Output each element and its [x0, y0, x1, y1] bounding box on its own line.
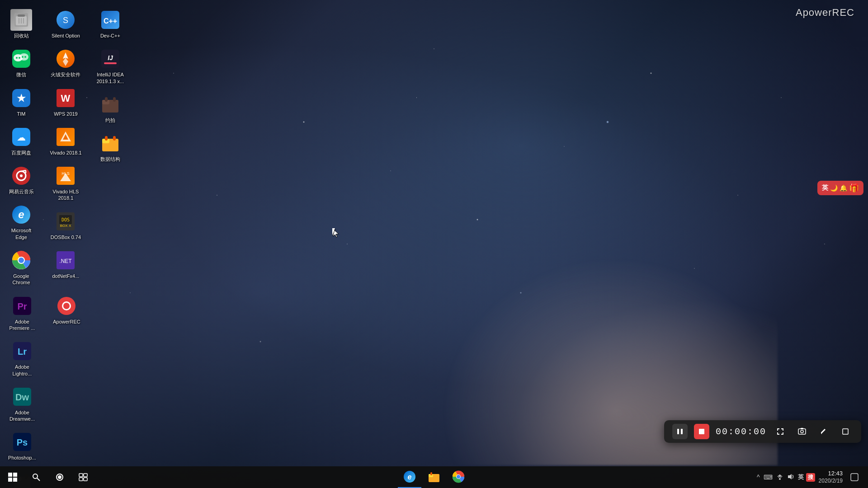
- expand-button[interactable]: [773, 424, 788, 439]
- desktop-icon-vivado[interactable]: Vivado 2018.1: [47, 122, 84, 160]
- svg-text:Lr: Lr: [18, 347, 27, 357]
- tray-volume[interactable]: [786, 474, 796, 481]
- system-clock[interactable]: 12:43 2020/2/19: [819, 470, 843, 484]
- desktop-icon-devcpp[interactable]: C++ Dev-C++: [92, 5, 128, 42]
- netease-icon: [10, 165, 32, 187]
- screenshot-button[interactable]: [794, 424, 810, 439]
- desktop-icon-dotnet[interactable]: .NET dotNetFx4...: [47, 246, 84, 283]
- desktop-icon-netease[interactable]: 网易云音乐: [3, 161, 39, 198]
- svg-rect-54: [113, 97, 116, 102]
- recording-timer: 00:00:00: [716, 427, 766, 437]
- svg-rect-84: [798, 429, 806, 434]
- clock-date: 2020/2/19: [819, 478, 843, 485]
- svg-point-19: [20, 174, 23, 177]
- desktop-icon-wps[interactable]: W WPS 2019: [47, 84, 84, 121]
- lang-indicator[interactable]: 英: [822, 184, 828, 192]
- crop-button[interactable]: [838, 424, 853, 439]
- svg-rect-2: [18, 14, 25, 17]
- desktop-icon-lightroom[interactable]: Lr Adobe Lightro...: [4, 337, 40, 380]
- tray-network[interactable]: [775, 474, 785, 481]
- bell-icon[interactable]: 🔔: [840, 184, 847, 192]
- icon-column-2: S Silent Option 火绒: [45, 5, 86, 284]
- svg-point-10: [19, 57, 20, 59]
- dreamweaver-label: Adobe Dreamwe...: [6, 409, 38, 422]
- wechat-icon: [10, 48, 32, 70]
- svg-rect-90: [8, 478, 12, 482]
- taskbar-explorer[interactable]: [422, 466, 446, 488]
- svg-text:e: e: [18, 208, 24, 221]
- desktop-icon-premiere[interactable]: Pr Adobe Premiere ...: [4, 291, 40, 335]
- desktop-icon-baidu[interactable]: ☁ 百度网盘: [3, 122, 39, 160]
- taskbar-center: e: [398, 466, 470, 488]
- baidu-icon: ☁: [10, 126, 32, 148]
- dotnet-icon: .NET: [55, 249, 76, 271]
- lightroom-label: Adobe Lightro...: [6, 364, 38, 377]
- apowerrec-desktop-icon: [56, 295, 77, 317]
- silent-icon: S: [55, 9, 76, 31]
- svg-rect-91: [13, 478, 17, 482]
- start-button[interactable]: [2, 466, 24, 488]
- svg-text:BOX X: BOX X: [60, 224, 71, 228]
- svg-text:IJ: IJ: [108, 54, 113, 61]
- desktop-icon-photoshop[interactable]: Ps Photoshop...: [4, 427, 40, 465]
- chrome-label: Google Chrome: [5, 273, 38, 286]
- pen-button[interactable]: [816, 424, 831, 439]
- svg-rect-58: [113, 136, 116, 141]
- gift-icon[interactable]: 🎁: [849, 183, 859, 193]
- cortana-button[interactable]: [49, 466, 71, 488]
- desktop-icon-chrome[interactable]: Google Chrome: [3, 246, 39, 290]
- tim-label: TIM: [17, 111, 26, 117]
- desktop-icon-dreamweaver[interactable]: Dw Adobe Dreamwe...: [4, 382, 40, 426]
- clock-time: 12:43: [819, 470, 843, 478]
- baidu-label: 百度网盘: [11, 150, 31, 156]
- svg-rect-96: [79, 474, 83, 477]
- svg-text:.NET: .NET: [60, 258, 72, 264]
- premiere-label: Adobe Premiere ...: [6, 319, 38, 332]
- dotnet-label: dotNetFx4...: [52, 273, 79, 279]
- search-button[interactable]: [25, 466, 47, 488]
- desktop-icon-huojian[interactable]: 火绒安全软件: [47, 44, 84, 81]
- tray-expand[interactable]: ^: [755, 474, 761, 481]
- taskview-button[interactable]: [72, 466, 94, 488]
- desktop-icon-intellij[interactable]: IJ IntelliJ IDEA 2019.1.3 x...: [92, 44, 128, 88]
- apowerrec-desktop-label: ApowerREC: [53, 319, 80, 325]
- wps-icon: W: [55, 87, 76, 109]
- desktop-icon-data[interactable]: 数据结构: [92, 129, 128, 166]
- recording-toolbar: 00:00:00: [664, 420, 861, 443]
- desktop-icon-silent[interactable]: S Silent Option: [47, 5, 84, 42]
- svg-point-8: [19, 53, 28, 61]
- desktop-icon-apowerrec[interactable]: ApowerREC: [48, 291, 85, 328]
- taskbar: e ^ ⌨: [0, 466, 868, 488]
- taskbar-chrome[interactable]: [447, 466, 470, 488]
- desktop-icon-tim[interactable]: ★ TIM: [3, 84, 39, 121]
- svg-rect-83: [699, 429, 704, 434]
- tray-lang[interactable]: 英: [797, 473, 805, 481]
- pause-button[interactable]: [672, 424, 688, 439]
- recyclebin-label: 回收站: [14, 33, 29, 39]
- svg-rect-97: [84, 474, 87, 477]
- desktop-icon-vivadohls[interactable]: HLS Vivado HLS 2018.1: [47, 161, 84, 205]
- svg-rect-86: [801, 428, 803, 429]
- moon-icon: 🌙: [830, 184, 838, 192]
- desktop-icon-wechat[interactable]: 微信: [3, 44, 39, 81]
- data-label: 数据结构: [100, 156, 120, 162]
- desktop-icon-yuepai[interactable]: 约拍: [92, 90, 128, 127]
- tray-sogou[interactable]: 搜: [806, 473, 815, 482]
- yuepai-label: 约拍: [105, 117, 115, 123]
- photoshop-icon: Ps: [11, 431, 33, 453]
- premiere-icon: Pr: [11, 295, 33, 317]
- svg-point-12: [24, 56, 26, 58]
- desktop-icon-recyclebin[interactable]: 回收站: [3, 5, 39, 42]
- taskbar-edge[interactable]: e: [398, 466, 421, 488]
- desktop-icon-edge[interactable]: e Microsoft Edge: [3, 200, 39, 244]
- svg-rect-82: [681, 429, 683, 434]
- svg-rect-110: [851, 474, 858, 481]
- notification-button[interactable]: [846, 466, 863, 488]
- vivado-label: Vivado 2018.1: [50, 150, 81, 156]
- stop-button[interactable]: [694, 424, 709, 439]
- wps-label: WPS 2019: [54, 111, 78, 117]
- taskbar-right: ^ ⌨ 英 搜 12:43 2020/2/19: [755, 466, 868, 488]
- desktop-icon-dosbox[interactable]: DOS BOX X DOSBox 0.74: [47, 207, 84, 244]
- chrome-icon: [10, 249, 32, 271]
- tray-keyboard[interactable]: ⌨: [762, 474, 774, 481]
